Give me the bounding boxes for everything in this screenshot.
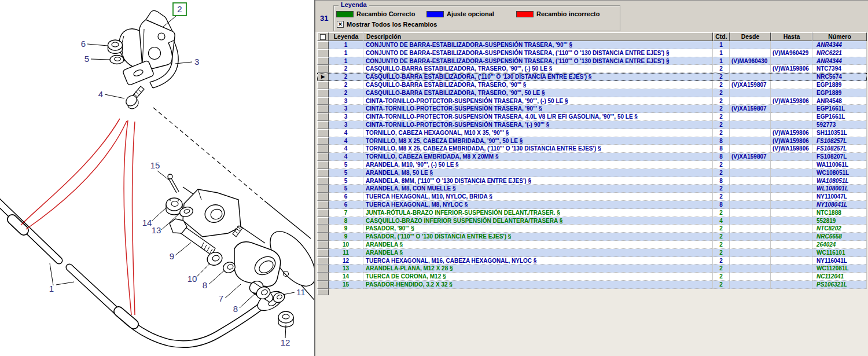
- cell-hasta: (V)WA159806: [771, 65, 812, 73]
- table-row[interactable]: 7JUNTA-RÓTULA-BRAZO INFERIOR-SUSPENSIÓN …: [317, 209, 867, 217]
- table-row[interactable]: 3CINTA-TORNILLO-PROTECTOR-SUSPENSIÓN TRA…: [317, 113, 867, 121]
- callout-7[interactable]: 7: [219, 293, 223, 303]
- row-selector[interactable]: ▶: [317, 73, 329, 81]
- table-row[interactable]: 5ARANDELA, 8MM, ('110"' O '130 DISTANCIA…: [317, 177, 867, 185]
- row-selector[interactable]: [317, 249, 329, 257]
- table-row[interactable]: 5ARANDELA, M8, CON MUELLE §2WL108001L: [317, 185, 867, 193]
- row-selector[interactable]: [317, 177, 329, 185]
- row-selector[interactable]: [317, 161, 329, 169]
- row-selector[interactable]: [317, 209, 329, 217]
- table-row[interactable]: 11ARANDELA §2WC116101: [317, 249, 867, 257]
- table-row[interactable]: 6TUERCA HEXAGONAL, M10, NYLOC, BRIDA §2N…: [317, 193, 867, 201]
- callout-9[interactable]: 9: [170, 251, 174, 261]
- table-row[interactable]: 4TORNILLO, M8 X 25, CABEZA EMBRIDADA, '9…: [317, 137, 867, 145]
- table-row[interactable]: 6TUERCA HEXAGONAL, M8, NYLOC §8NY108041L: [317, 201, 867, 209]
- callout-6[interactable]: 6: [81, 39, 86, 49]
- table-row[interactable]: 9PASADOR, '90"' §2NTC8202: [317, 225, 867, 233]
- table-row[interactable]: 2CASQUILLO-BARRA ESTABILIZADORA, TRASERO…: [317, 81, 867, 89]
- cell-descripcion: JUNTA-RÓTULA-BRAZO INFERIOR-SUSPENSIÓN D…: [363, 209, 713, 217]
- callout-2[interactable]: 2: [177, 4, 182, 14]
- table-row[interactable]: 14TUERCA DE CORONA, M12 §2NC112041: [317, 273, 867, 281]
- row-selector[interactable]: [317, 233, 329, 241]
- callout-3[interactable]: 3: [194, 57, 199, 67]
- cell-leyenda: 12: [329, 257, 363, 265]
- table-row[interactable]: 8CASQUILLO-BRAZO INFERIOR SUSPENSIÓN DEL…: [317, 217, 867, 225]
- callout-8[interactable]: 8: [203, 280, 207, 290]
- row-selector[interactable]: [317, 217, 329, 225]
- table-row[interactable]: 1CONJUNTO DE BARRA-ESTABILIZADORA-SUSPEN…: [317, 49, 867, 57]
- row-selector[interactable]: [317, 65, 329, 73]
- cell-numero: FS108207L: [812, 153, 867, 161]
- select-all-box[interactable]: [320, 34, 326, 40]
- table-row[interactable]: 4TORNILLO, M8 X 25, CABEZA EMBRIDADA, ('…: [317, 145, 867, 153]
- table-row[interactable]: 3CINTA-TORNILLO-PROTECTOR-SUSPENSIÓN TRA…: [317, 97, 867, 105]
- table-row[interactable]: 13ARANDELA-PLANA, M12 X 28 §2WC112081L: [317, 265, 867, 273]
- row-selector[interactable]: [317, 169, 329, 177]
- table-row[interactable]: 15PASADOR-HENDIDO, 3.2 X 32 §2PS106321L: [317, 281, 867, 289]
- callout-4[interactable]: 4: [98, 89, 103, 99]
- callout-10[interactable]: 10: [187, 274, 197, 284]
- callout-1[interactable]: 1: [49, 284, 54, 293]
- table-row[interactable]: 1CONJUNTO DE BARRA-ESTABILIZADORA-SUSPEN…: [317, 57, 867, 65]
- cell-ctd: 2: [713, 161, 730, 169]
- row-selector[interactable]: [317, 193, 329, 201]
- callout-11[interactable]: 11: [296, 287, 306, 297]
- cell-leyenda: 3: [329, 105, 363, 113]
- row-selector[interactable]: [317, 105, 329, 113]
- callout-12[interactable]: 12: [281, 337, 290, 347]
- cell-hasta: [771, 121, 812, 129]
- row-selector[interactable]: [317, 265, 329, 273]
- cell-numero: NRC6221: [812, 49, 867, 57]
- row-selector[interactable]: [317, 273, 329, 281]
- table-row[interactable]: 3CINTA-TORNILLO-PROTECTOR-SUSPENSIÓN TRA…: [317, 121, 867, 129]
- table-row[interactable]: 5ARANDELA, M8, 50 LE §2WC108051L: [317, 169, 867, 177]
- table-row[interactable]: 2CASQUILLO-BARRA ESTABILIZADORA, TRASERO…: [317, 65, 867, 73]
- table-row[interactable]: 1CONJUNTO DE BARRA-ESTABILIZADORA-SUSPEN…: [317, 41, 867, 49]
- table-row[interactable]: 4TORNILLO, CABEZA EMBRIDADA, M8 X 20MM §…: [317, 153, 867, 161]
- cell-ctd: 2: [713, 281, 730, 289]
- callout-8b[interactable]: 8: [233, 304, 238, 314]
- cell-hasta: [771, 105, 812, 113]
- cell-hasta: [771, 241, 812, 249]
- table-row[interactable]: 9PASADOR, ('110"' O '130 DISTANCIA ENTRE…: [317, 233, 867, 241]
- row-selector[interactable]: [317, 241, 329, 249]
- row-selector[interactable]: [317, 201, 329, 209]
- cell-numero: NTC7394: [812, 65, 867, 73]
- row-selector[interactable]: [317, 121, 329, 129]
- row-selector[interactable]: [317, 129, 329, 137]
- cell-leyenda: 9: [329, 225, 363, 233]
- cell-numero: NRC5674: [812, 73, 867, 81]
- callout-5[interactable]: 5: [84, 54, 89, 64]
- cell-leyenda: 6: [329, 193, 363, 201]
- row-selector[interactable]: [317, 97, 329, 105]
- show-all-parts-checkbox[interactable]: ✕: [337, 21, 344, 28]
- callout-13[interactable]: 13: [152, 225, 161, 235]
- cell-ctd: 4: [713, 217, 730, 225]
- row-selector[interactable]: [317, 281, 329, 289]
- cell-desde: [730, 169, 771, 177]
- row-selector[interactable]: [317, 185, 329, 193]
- table-row[interactable]: ▶2CASQUILLO-BARRA ESTABILIZADORA, ('110"…: [317, 73, 867, 81]
- row-selector[interactable]: [317, 41, 329, 49]
- table-row[interactable]: 12TUERCA HEXAGONAL, M16, CABEZA HEXAGONA…: [317, 257, 867, 265]
- cell-ctd: 2: [713, 105, 730, 113]
- callout-14[interactable]: 14: [142, 218, 152, 227]
- row-selector[interactable]: [317, 89, 329, 97]
- row-selector[interactable]: [317, 145, 329, 153]
- row-selector[interactable]: [317, 113, 329, 121]
- table-row[interactable]: 3CINTA-TORNILLO-PROTECTOR-SUSPENSIÓN TRA…: [317, 105, 867, 113]
- table-row[interactable]: 4TORNILLO, CABEZA HEXAGONAL, M10 X 35, '…: [317, 129, 867, 137]
- row-selector[interactable]: [317, 225, 329, 233]
- row-selector[interactable]: [317, 137, 329, 145]
- callout-15[interactable]: 15: [150, 160, 160, 170]
- row-selector[interactable]: [317, 153, 329, 161]
- table-row[interactable]: 2CASQUILLO-BARRA ESTABILIZADORA, TRASERO…: [317, 89, 867, 97]
- row-selector[interactable]: [317, 257, 329, 265]
- select-all-header[interactable]: [317, 32, 329, 41]
- table-row[interactable]: 10ARANDELA §2264024: [317, 241, 867, 249]
- table-row[interactable]: 5ARANDELA, M10, '90"', (-) 50 LE §2WA110…: [317, 161, 867, 169]
- row-selector[interactable]: [317, 49, 329, 57]
- row-selector[interactable]: [317, 81, 329, 89]
- cell-leyenda: 3: [329, 121, 363, 129]
- row-selector[interactable]: [317, 57, 329, 65]
